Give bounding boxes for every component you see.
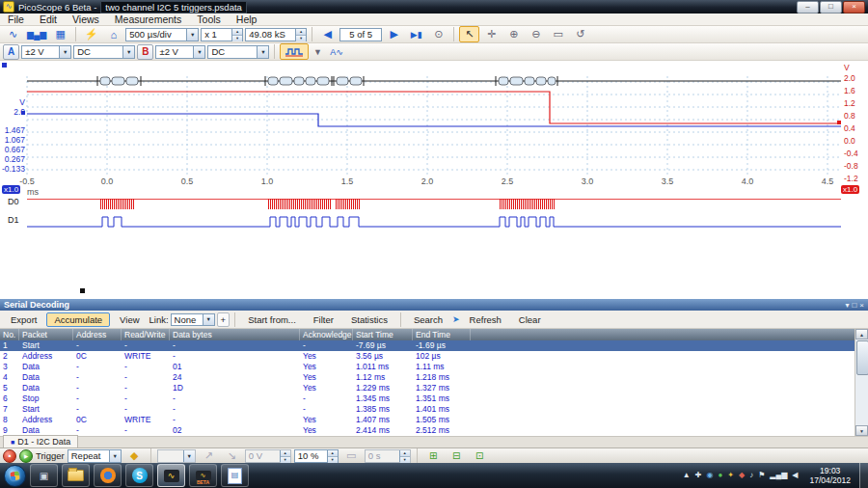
scope-view[interactable]: V2.01.4671.0670.6670.267-0.133V2.01.61.2… bbox=[0, 61, 868, 299]
decode-bubble[interactable] bbox=[337, 77, 348, 85]
decode-bubble[interactable] bbox=[499, 77, 508, 85]
menu-file[interactable]: File bbox=[0, 14, 32, 25]
chevron-down-icon[interactable]: ▼ bbox=[122, 46, 134, 58]
table-row[interactable]: 2Address0CWRITE-Yes3.56 µs102 µs bbox=[0, 351, 854, 362]
start-from-button[interactable]: Start from... bbox=[240, 312, 304, 327]
taskbar-document[interactable]: ▤ bbox=[221, 464, 249, 487]
filter-button[interactable]: Filter bbox=[306, 312, 341, 327]
table-row[interactable]: 6Stop----1.345 ms1.351 ms bbox=[0, 393, 854, 404]
table-row[interactable]: 3Data--01Yes1.011 ms1.11 ms bbox=[0, 362, 854, 372]
spin-down-icon[interactable]: ▾ bbox=[400, 457, 410, 463]
search-button[interactable]: Search bbox=[406, 312, 450, 327]
export-button[interactable]: Export bbox=[3, 312, 44, 327]
tray-icon-6[interactable]: ♪ bbox=[749, 471, 753, 480]
channel-a-chip[interactable]: A bbox=[3, 44, 19, 60]
trigger-source-select[interactable]: ▼ bbox=[157, 449, 196, 463]
channel-b-level-marker[interactable] bbox=[837, 121, 841, 124]
table-row[interactable]: 7Start----1.385 ms1.401 ms bbox=[0, 404, 854, 415]
pan-tool-icon[interactable]: ✛ bbox=[481, 26, 502, 42]
search-play-icon[interactable]: ➤ bbox=[452, 314, 460, 324]
menu-edit[interactable]: Edit bbox=[32, 14, 65, 25]
signal-generator-icon[interactable]: A∿ bbox=[326, 43, 346, 60]
action-center-icon[interactable]: ⚑ bbox=[758, 471, 765, 480]
scroll-down-icon[interactable]: ▼ bbox=[855, 425, 868, 436]
column-header-data[interactable]: Data bytes bbox=[170, 329, 300, 340]
decode-bubble[interactable] bbox=[548, 77, 556, 85]
spin-up-icon[interactable]: ▴ bbox=[328, 450, 338, 457]
taskbar-explorer[interactable] bbox=[62, 464, 90, 487]
spin-up-icon[interactable]: ▴ bbox=[281, 450, 290, 457]
timebase-select[interactable]: 500 µs/div ▼ bbox=[125, 28, 199, 41]
sample-count-spinner[interactable]: 49.08 kS ▴▾ bbox=[245, 28, 307, 41]
scope-view-icon[interactable]: ∿ bbox=[3, 26, 23, 42]
link-add-button[interactable]: + bbox=[217, 312, 231, 327]
spin-up-icon[interactable]: ▴ bbox=[232, 29, 242, 36]
zoom-undo-icon[interactable]: ↺ bbox=[570, 26, 590, 42]
taskbar-app-1[interactable]: ▣ bbox=[30, 464, 58, 487]
taskbar-clock[interactable]: 19:03 17/04/2012 bbox=[809, 466, 851, 485]
spinner-arrows[interactable]: ▴▾ bbox=[231, 29, 242, 41]
zoom-factor-spinner[interactable]: x 1 ▴▾ bbox=[201, 28, 243, 41]
title-bar[interactable]: ∿ PicoScope 6 Beta - two channel I2C 5 t… bbox=[0, 0, 868, 14]
maximize-icon[interactable]: □ bbox=[820, 1, 842, 14]
panel-close-icon[interactable]: × bbox=[859, 301, 864, 310]
panel-menu-icon[interactable]: ▾ bbox=[845, 301, 849, 310]
menu-measurements[interactable]: Measurements bbox=[107, 14, 189, 25]
spinner-arrows[interactable]: ▴▾ bbox=[295, 29, 306, 41]
hidden-icons-chevron[interactable]: ▲ bbox=[683, 471, 691, 480]
decode-bubble[interactable] bbox=[112, 77, 124, 85]
column-header-start[interactable]: Start Time bbox=[353, 329, 413, 340]
spinner-arrows[interactable]: ▴▾ bbox=[280, 450, 290, 462]
channel-b-coupling-select[interactable]: DC ▼ bbox=[207, 45, 269, 59]
clear-button[interactable]: Clear bbox=[511, 312, 549, 327]
decode-bubble[interactable] bbox=[510, 77, 523, 85]
minimize-icon[interactable]: – bbox=[797, 1, 819, 14]
taskbar-picoscope[interactable]: ∿ bbox=[157, 464, 185, 487]
chevron-down-icon[interactable]: ▼ bbox=[257, 46, 268, 58]
tray-icon-1[interactable]: ✚ bbox=[695, 471, 702, 480]
chevron-down-icon[interactable]: ▼ bbox=[193, 46, 204, 58]
trigger-level-spinner[interactable]: 0 V ▴▾ bbox=[245, 449, 291, 463]
table-row[interactable]: 8Address0CWRITE-Yes1.407 ms1.505 ms bbox=[0, 415, 854, 425]
menu-help[interactable]: Help bbox=[229, 14, 265, 25]
chevron-down-icon[interactable]: ▼ bbox=[183, 450, 195, 462]
decode-bubble[interactable] bbox=[350, 77, 362, 85]
channel-b-chip[interactable]: B bbox=[137, 44, 153, 60]
spin-down-icon[interactable]: ▾ bbox=[281, 457, 290, 463]
serial-decoding-icon[interactable] bbox=[280, 43, 309, 60]
column-header-end[interactable]: End Time bbox=[413, 329, 471, 340]
column-header-packet[interactable]: Packet bbox=[19, 329, 73, 340]
last-buffer-icon[interactable]: ▶▮ bbox=[406, 26, 426, 42]
accumulate-button[interactable]: Accumulate bbox=[46, 312, 110, 327]
volume-icon[interactable]: ◀ bbox=[792, 471, 798, 480]
table-row[interactable]: 9Data--02Yes2.414 ms2.512 ms bbox=[0, 425, 854, 436]
tab-d1-i2c-data[interactable]: ■ D1 - I2C Data bbox=[3, 435, 78, 447]
decode-bubble[interactable] bbox=[317, 77, 329, 85]
stop-button[interactable]: ■ bbox=[3, 449, 16, 463]
spinner-arrows[interactable]: ▴▾ bbox=[327, 450, 338, 462]
add-view-icon[interactable]: ▦ bbox=[50, 26, 70, 42]
spin-up-icon[interactable]: ▴ bbox=[296, 29, 306, 36]
panel-float-icon[interactable]: □ bbox=[852, 301, 856, 310]
zoom-in-icon[interactable]: ⊕ bbox=[503, 26, 524, 42]
refresh-button[interactable]: Refresh bbox=[462, 312, 509, 327]
decode-bubble[interactable] bbox=[525, 77, 534, 85]
post-trigger-icon[interactable]: ▭ bbox=[341, 447, 362, 464]
decode-bubble[interactable] bbox=[306, 77, 315, 85]
zoom-out-icon[interactable]: ⊖ bbox=[526, 26, 546, 42]
spinner-arrows[interactable]: ▴▾ bbox=[399, 450, 410, 462]
scrollbar-thumb[interactable] bbox=[856, 340, 868, 375]
decode-table-scrollbar[interactable]: ▲ ▼ bbox=[854, 329, 868, 436]
falling-edge-icon[interactable]: ↘ bbox=[222, 447, 242, 464]
column-header-no[interactable]: No. bbox=[0, 329, 19, 340]
decode-bubble[interactable] bbox=[100, 77, 110, 85]
link-select[interactable]: None ▼ bbox=[171, 313, 215, 326]
channel-b-range-select[interactable]: ±2 V ▼ bbox=[155, 45, 205, 59]
menu-tools[interactable]: Tools bbox=[189, 14, 229, 25]
chevron-down-icon[interactable]: ▼ bbox=[59, 46, 70, 58]
column-header-ack[interactable]: Acknowledge bbox=[300, 329, 353, 340]
measurements-edit-icon[interactable]: ⊡ bbox=[470, 447, 490, 464]
decode-bubble[interactable] bbox=[268, 77, 278, 85]
trigger-delay-spinner[interactable]: 0 s ▴▾ bbox=[365, 449, 411, 463]
spectrum-view-icon[interactable]: ▆▄▆ bbox=[25, 26, 48, 42]
